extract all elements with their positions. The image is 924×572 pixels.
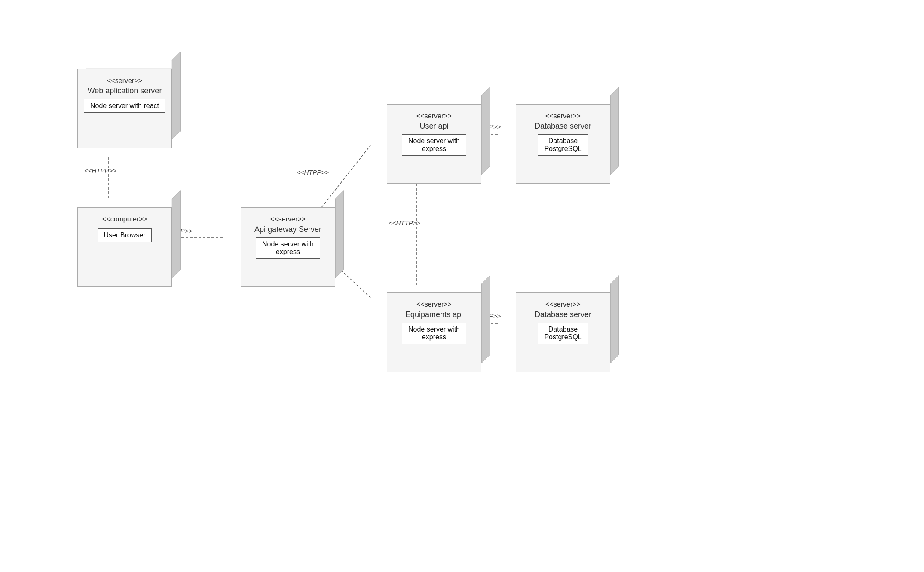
- db1-inner: DatabasePostgreSQL: [538, 134, 588, 156]
- api-gateway-name: Api gateway Server: [254, 225, 321, 234]
- arrow-label-htpp1: <<HTPP>>: [84, 167, 116, 174]
- web-app-inner: Node server with react: [84, 99, 165, 113]
- db1-name: Database server: [535, 122, 591, 131]
- api-gateway-inner: Node server withexpress: [256, 237, 320, 259]
- web-app-stereotype: <<server>>: [107, 77, 142, 85]
- svg-line-2: [319, 145, 370, 211]
- user-browser-stereotype: <<computer>>: [102, 215, 147, 223]
- db2-inner: DatabasePostgreSQL: [538, 323, 588, 344]
- api-gateway-stereotype: <<server>>: [270, 215, 306, 223]
- user-browser-inner: User Browser: [98, 228, 152, 242]
- web-app-name: Web aplication server: [88, 86, 162, 95]
- user-api-inner: Node server withexpress: [402, 134, 466, 156]
- db2-name: Database server: [535, 310, 591, 319]
- db2-stereotype: <<server>>: [545, 301, 581, 308]
- diagram-canvas: <<HTPP>> <<HTPP>> <<HTPP>> <<HTTP>> <<HT…: [0, 0, 924, 572]
- arrow-label-htpp3: <<HTPP>>: [297, 169, 329, 176]
- db1-stereotype: <<server>>: [545, 112, 581, 120]
- user-api-name: User api: [419, 122, 448, 131]
- arrow-label-http5: <<HTTP>>: [389, 219, 420, 227]
- equipments-api-name: Equipaments api: [405, 310, 463, 319]
- equipments-api-stereotype: <<server>>: [416, 301, 452, 308]
- user-api-stereotype: <<server>>: [416, 112, 452, 120]
- equipments-api-inner: Node server withexpress: [402, 323, 466, 344]
